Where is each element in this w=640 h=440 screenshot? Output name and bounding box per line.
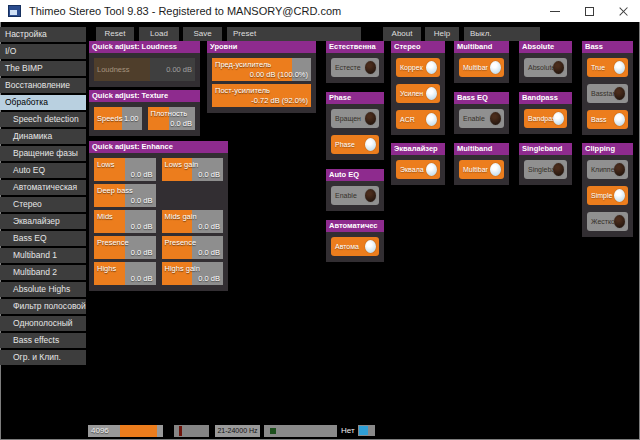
panel-title: Bandpass	[519, 92, 572, 104]
sidebar-item-bass-effects[interactable]: Bass effects	[0, 333, 86, 348]
fft-size-slider[interactable]: 4096	[88, 425, 163, 437]
panel-auto-eq: Auto EQEnable	[326, 169, 384, 211]
enable-toggle[interactable]: Enable	[331, 186, 379, 205]
естесте-toggle[interactable]: Естесте	[331, 58, 379, 77]
deep-bass-slider[interactable]: Deep bass0.0 dB	[94, 184, 156, 207]
none-toggle-knob	[359, 426, 368, 435]
sidebar-item-auto-eq[interactable]: Auto EQ	[0, 163, 86, 178]
toggle-knob	[614, 215, 625, 228]
level-meter-slider[interactable]	[264, 425, 337, 437]
sidebar-item-однополосный[interactable]: Однополосный	[0, 316, 86, 331]
about-button[interactable]: About	[383, 27, 421, 41]
slider-value: 0.0 dB	[198, 248, 220, 257]
panel-body: Loudness0.00 dB	[89, 53, 200, 87]
panel-title: Уровни	[207, 41, 316, 53]
basstar-toggle[interactable]: Basstar	[587, 84, 628, 103]
slider-value: 0.0 dB	[131, 274, 153, 283]
lows-slider[interactable]: Lows0.0 dB	[94, 158, 156, 181]
mids-gain-slider[interactable]: Mids gain0.0 dB	[162, 210, 224, 233]
sidebar-item-восстановление[interactable]: Восстановление	[0, 78, 86, 93]
эквала-toggle[interactable]: Эквала	[396, 160, 440, 179]
minimize-button[interactable]	[538, 0, 572, 22]
sidebar-item-multiband-1[interactable]: Multiband 1	[0, 248, 86, 263]
highs-slider[interactable]: Highs0.0 dB	[94, 262, 156, 285]
multibar-toggle[interactable]: Multibar	[459, 58, 504, 77]
close-button[interactable]	[606, 0, 640, 22]
sidebar-item-absolute-highs[interactable]: Absolute Highs	[0, 282, 86, 297]
sidebar-item-обработка[interactable]: Обработка	[0, 95, 86, 110]
bandpass-toggle[interactable]: Bandpass	[524, 109, 567, 128]
плотность-slider[interactable]: Плотность0.0 dB	[148, 107, 196, 130]
panel-body: Bandpass	[519, 104, 572, 134]
пред-усилитель-slider[interactable]: Пред-усилитель0.00 dB (100.0%)	[212, 58, 311, 81]
app-icon-inner	[10, 10, 17, 15]
panel-multiband: MultibandMultibar	[454, 41, 509, 83]
panel-body: Пред-усилитель0.00 dB (100.0%)Пост-усили…	[207, 53, 316, 113]
клиппе-toggle[interactable]: Клиппе	[587, 160, 628, 179]
sidebar-item-multiband-2[interactable]: Multiband 2	[0, 265, 86, 280]
save-button[interactable]: Save	[183, 27, 222, 41]
sidebar-item-the-bimp[interactable]: The BIMP	[0, 61, 86, 76]
усилен-toggle[interactable]: Усилен	[396, 84, 440, 103]
sidebar-item-bass-eq[interactable]: Bass EQ	[0, 231, 86, 246]
control-row: Mids0.0 dBMids gain0.0 dB	[94, 210, 223, 233]
presence-slider[interactable]: Presence0.0 dB	[94, 236, 156, 259]
maximize-button[interactable]	[572, 0, 606, 22]
control-row: Highs0.0 dBHighs gain0.0 dB	[94, 262, 223, 285]
fft-size-value: 4096	[91, 425, 109, 437]
sidebar-item-стерео[interactable]: Стерео	[0, 197, 86, 212]
sidebar: НастройкаI/OThe BIMPВосстановлениеОбрабо…	[0, 27, 86, 367]
sidebar-item-динамика[interactable]: Динамика	[0, 129, 86, 144]
absolute-toggle[interactable]: Absolute	[524, 58, 567, 77]
жестко-toggle[interactable]: Жестко	[587, 212, 628, 231]
presence-slider[interactable]: Presence0.0 dB	[162, 236, 224, 259]
sidebar-item-настройка[interactable]: Настройка	[0, 27, 86, 42]
simple-toggle[interactable]: Simple	[587, 186, 628, 205]
panel-title: Quick adjust: Loudness	[89, 41, 200, 53]
toggle-label: Absolute	[524, 58, 553, 77]
reset-button[interactable]: Reset	[96, 27, 134, 41]
toggle-label: Жестко	[587, 212, 614, 231]
sidebar-item-вращение-фазы[interactable]: Вращение фазы	[0, 146, 86, 161]
sidebar-item-фильтр-полосовой[interactable]: Фильтр полосовой	[0, 299, 86, 314]
коррек-toggle[interactable]: Коррек	[396, 58, 440, 77]
phase-toggle[interactable]: Phase	[331, 135, 379, 154]
multibar-toggle[interactable]: Multibar	[459, 160, 504, 179]
preset-button[interactable]: Preset	[227, 27, 361, 41]
sidebar-item-эквалайзер[interactable]: Эквалайзер	[0, 214, 86, 229]
sidebar-item-автоматическая[interactable]: Автоматическая	[0, 180, 86, 195]
toggle-label: Bandpass	[524, 109, 553, 128]
enable-toggle[interactable]: Enable	[459, 109, 504, 128]
slider-label: Highs gain	[165, 264, 200, 273]
toggle-knob	[553, 163, 564, 176]
acr-toggle[interactable]: ACR	[396, 110, 440, 129]
panel-body: TrueBasstarBass	[582, 53, 633, 135]
none-toggle[interactable]	[358, 425, 375, 436]
power-off-button[interactable]: Выкл.	[464, 27, 540, 41]
speeds-slider[interactable]: Speeds1.00	[94, 107, 142, 130]
mids-slider[interactable]: Mids0.0 dB	[94, 210, 156, 233]
latency-slider[interactable]	[174, 425, 209, 437]
пост-усилитель-slider[interactable]: Пост-усилитель-0.72 dB (92.0%)	[212, 84, 311, 107]
load-button[interactable]: Load	[139, 27, 179, 41]
bass-toggle[interactable]: Bass	[587, 110, 628, 129]
toggle-knob	[426, 163, 437, 176]
panel-phase: PhaseВращенPhase	[326, 92, 384, 160]
panel-title: Singleband	[519, 143, 572, 155]
toggle-knob	[490, 163, 501, 176]
loudness-slider[interactable]: Loudness0.00 dB	[94, 58, 195, 81]
автома-toggle[interactable]: Автома	[331, 237, 379, 256]
sidebar-item-i-o[interactable]: I/O	[0, 44, 86, 59]
true-toggle[interactable]: True	[587, 58, 628, 77]
вращен-toggle[interactable]: Вращен	[331, 109, 379, 128]
sidebar-item-speech-detection[interactable]: Speech detection	[0, 112, 86, 127]
lows-gain-slider[interactable]: Lows gain0.0 dB	[162, 158, 224, 181]
help-button[interactable]: Help	[425, 27, 459, 41]
frequency-range-display[interactable]: 21-24000 Hz	[215, 425, 260, 437]
panel-body: Enable	[454, 104, 509, 134]
sidebar-item-огр-и-клип[interactable]: Огр. и Клип.	[0, 350, 86, 365]
toggle-label: Вращен	[331, 109, 365, 128]
singleba-toggle[interactable]: Singleba	[524, 160, 567, 179]
highs-gain-slider[interactable]: Highs gain0.0 dB	[162, 262, 224, 285]
panel-title: Bass	[582, 41, 633, 53]
